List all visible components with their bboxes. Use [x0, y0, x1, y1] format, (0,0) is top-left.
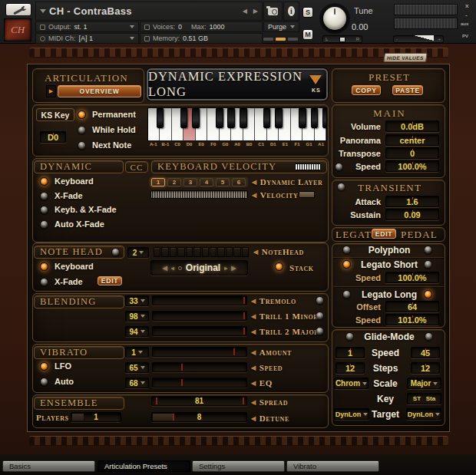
- legato-short-led-right[interactable]: [424, 260, 432, 269]
- black-key-Gsharp1[interactable]: [311, 108, 319, 128]
- legato-edit-button[interactable]: EDIT: [372, 229, 396, 239]
- polyphon-led-right[interactable]: [424, 246, 432, 254]
- notehead-count-dropdown[interactable]: 2: [127, 247, 149, 258]
- mute-button[interactable]: M: [302, 29, 313, 40]
- purge-menu[interactable]: Purge: [263, 21, 299, 32]
- notehead-led[interactable]: [111, 248, 120, 256]
- pan-handle[interactable]: [339, 37, 345, 42]
- glide-target-right-dropdown[interactable]: DynLon: [406, 408, 441, 420]
- black-key-Asharp1[interactable]: [322, 108, 327, 128]
- volume-value[interactable]: 0.0dB: [385, 120, 439, 132]
- dynamic-layer-button-1[interactable]: 1: [151, 178, 165, 186]
- notehead-edit-button[interactable]: EDIT: [98, 276, 122, 285]
- output-selector[interactable]: Output: st. 1: [35, 21, 139, 32]
- nh-keyboard-led[interactable]: [40, 262, 48, 271]
- selector-left-icon[interactable]: ◀: [163, 265, 167, 272]
- eq-slider[interactable]: [152, 378, 247, 388]
- glide-led-right[interactable]: [425, 332, 433, 341]
- notehead-selector[interactable]: ◀ ◂ Original ▸ ▶: [150, 260, 248, 275]
- ks-option-next-note[interactable]: Next Note: [78, 140, 131, 150]
- black-key-Fsharp1[interactable]: [299, 108, 306, 128]
- instrument-menu-icon[interactable]: [40, 9, 46, 13]
- legato-long-led-right[interactable]: [424, 290, 432, 299]
- glide-steps-right[interactable]: 12: [411, 362, 440, 374]
- pv-label[interactable]: PV: [462, 34, 468, 38]
- glide-steps-left[interactable]: 12: [336, 362, 365, 374]
- tab-vibrato[interactable]: Vibrato: [286, 460, 379, 472]
- pan-slider[interactable]: L R: [322, 35, 362, 43]
- amount-slider[interactable]: [152, 347, 247, 357]
- selector-right2-icon[interactable]: ▸: [224, 265, 227, 272]
- snapshot-cell[interactable]: [263, 2, 283, 21]
- wrench-button[interactable]: [5, 3, 31, 16]
- ks-option-permanent[interactable]: Permanent: [78, 110, 136, 119]
- legato-short-speed-value[interactable]: 100.0%: [385, 272, 439, 283]
- midi-selector[interactable]: MIDI Ch: [A] 1: [35, 33, 139, 44]
- dynamic-option-auto-xfade[interactable]: Auto X-Fade: [40, 219, 104, 229]
- dynamic-layer-button-3[interactable]: 3: [183, 178, 197, 186]
- ks-keyboard[interactable]: A-1B-1C0D0E0F0G0A0B0C1D1E1F1G1A1: [147, 107, 327, 148]
- black-key-Csharp1[interactable]: [263, 108, 271, 128]
- main-speed-value[interactable]: 100.0%: [385, 160, 439, 172]
- panorama-value[interactable]: center: [385, 134, 439, 146]
- sustain-value[interactable]: 0.09: [385, 209, 439, 220]
- trill2-cc-dropdown[interactable]: 94: [125, 326, 149, 337]
- legato-long-speed-value[interactable]: 101.0%: [385, 314, 439, 325]
- tab-basics[interactable]: Basics: [2, 460, 95, 472]
- glide-speed-right[interactable]: 45: [411, 347, 440, 358]
- aux-label[interactable]: aux: [461, 21, 468, 26]
- next-note-led[interactable]: [78, 141, 86, 150]
- glide-scale-left-dropdown[interactable]: Chrom: [334, 378, 369, 389]
- ks-option-while-hold[interactable]: While Hold: [78, 125, 136, 134]
- velocity-range-display[interactable]: [299, 191, 315, 198]
- spread-slider[interactable]: 81: [151, 396, 247, 406]
- vibrato-option-lfo[interactable]: LFO: [40, 361, 71, 371]
- dynamic-layer-button-6[interactable]: 6: [232, 178, 246, 186]
- selector-left2-icon[interactable]: ◂: [171, 265, 174, 272]
- hide-values-button[interactable]: HIDE VALUES: [383, 53, 428, 62]
- auto-led[interactable]: [40, 378, 48, 386]
- dyn-keyboard-led[interactable]: [40, 177, 48, 186]
- legato-long-offset-value[interactable]: 64: [385, 301, 439, 312]
- polyphon-label[interactable]: Polyphon: [355, 245, 424, 256]
- articulation-display[interactable]: DYNAMIC EXPRESSION LONG: [147, 68, 328, 101]
- volume-slider[interactable]: - +: [393, 35, 444, 43]
- cc-button[interactable]: CC: [125, 161, 148, 173]
- while-hold-led[interactable]: [78, 126, 86, 134]
- stack-led[interactable]: [275, 262, 283, 271]
- glide-key-value[interactable]: ST Sta: [407, 393, 441, 404]
- tremolo-led[interactable]: [316, 296, 324, 305]
- legato-long-led-left[interactable]: [342, 290, 351, 299]
- dynamic-layer-button-4[interactable]: 4: [200, 178, 213, 186]
- trill1-led[interactable]: [316, 312, 324, 320]
- dynamic-option-xfade[interactable]: X-Fade: [40, 191, 83, 200]
- selector-right-icon[interactable]: ▶: [231, 265, 236, 272]
- transpose-value[interactable]: 0: [385, 147, 439, 159]
- black-key-Gsharp0[interactable]: [227, 108, 235, 128]
- legato-short-label[interactable]: Legato Short: [355, 259, 424, 270]
- prev-instrument-icon[interactable]: ◀: [243, 8, 247, 15]
- next-instrument-icon[interactable]: ▶: [253, 8, 258, 15]
- dynamic-layer-button-2[interactable]: 2: [167, 178, 181, 186]
- dynamic-option-keyboard[interactable]: Keyboard: [40, 176, 94, 186]
- tab-articulation-presets[interactable]: Articulation Presets: [98, 460, 190, 472]
- speed-cc-dropdown[interactable]: 65: [125, 362, 149, 373]
- trill1-cc-dropdown[interactable]: 98: [125, 311, 149, 322]
- trill2-slider[interactable]: [152, 326, 247, 336]
- vib-speed-slider[interactable]: [152, 362, 247, 372]
- tremolo-slider[interactable]: [152, 295, 247, 305]
- glide-title[interactable]: Glide-Mode: [355, 332, 424, 342]
- legato-long-label[interactable]: Legato Long: [355, 289, 424, 300]
- dynamic-option-keyb-xfade[interactable]: Keyb. & X-Fade: [40, 205, 117, 214]
- eq-cc-dropdown[interactable]: 68: [125, 378, 149, 388]
- trill2-led[interactable]: [316, 327, 324, 335]
- tremolo-cc-dropdown[interactable]: 33: [125, 295, 149, 306]
- minimize-label[interactable]: -: [465, 12, 468, 18]
- glide-target-left-dropdown[interactable]: DynLon: [334, 408, 369, 420]
- info-cell[interactable]: i: [283, 2, 299, 21]
- trill1-slider[interactable]: [152, 311, 247, 321]
- overview-button[interactable]: OVERVIEW: [58, 85, 141, 97]
- notehead-option-xfade[interactable]: X-Fade: [40, 277, 83, 286]
- solo-button[interactable]: S: [302, 7, 313, 18]
- max-value[interactable]: 1000: [210, 23, 225, 31]
